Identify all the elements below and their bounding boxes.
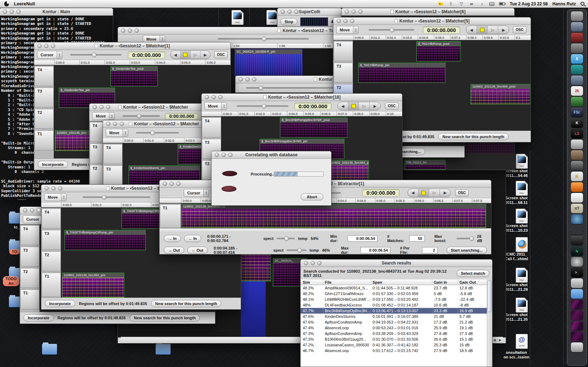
keychain-icon[interactable] — [438, 2, 443, 5]
activity-monitor[interactable]: ∿ — [571, 246, 583, 256]
png-file-icon[interactable]: PNG — [516, 298, 528, 313]
zoom-slider[interactable] — [70, 54, 121, 56]
calendar[interactable]: 26 — [571, 86, 583, 96]
spotlight-icon[interactable] — [581, 2, 584, 6]
titlebar[interactable]: Kontur – •Session12 – $Matcher[6] — [342, 8, 514, 16]
timeline-ruler[interactable]: 0:00.00:01.00:02.00:03.00:04.00:05.00:06… — [202, 111, 402, 116]
track-header-t2[interactable]: T2 — [42, 251, 61, 271]
tool-mode-select[interactable]: Move▲▼ — [204, 102, 227, 110]
track-header-t1[interactable]: T1 — [20, 289, 40, 309]
titlebar[interactable]: Kontur – •Session12 – $Matcher[5] — [333, 17, 531, 25]
track-header-t4[interactable]: T4 — [35, 66, 54, 86]
slider-knob[interactable] — [92, 53, 97, 57]
minimize-button[interactable] — [222, 153, 226, 157]
matches-field[interactable]: 50 — [409, 235, 425, 242]
minimize-button[interactable] — [99, 105, 104, 109]
horizontal-scrollbar[interactable] — [160, 228, 491, 232]
zoom-slider[interactable] — [369, 29, 414, 31]
minimize-button[interactable] — [44, 44, 48, 48]
http-file-icon[interactable]: @HTTP — [516, 334, 528, 349]
user-menu-label[interactable]: Hanns Rutz — [552, 1, 576, 6]
wifi-icon[interactable]: ▽ — [458, 1, 464, 7]
png-file-icon[interactable]: PNG — [516, 268, 528, 283]
slider-knob[interactable] — [262, 104, 266, 109]
audio-region[interactable]: $_SiedenderTee_pout — [110, 66, 158, 86]
close-button[interactable] — [163, 182, 167, 186]
titlebar[interactable]: Kontur – •Session12 – $Matcher[1] — [34, 42, 230, 50]
track-header-t1[interactable]: T1 — [160, 204, 181, 228]
green-app[interactable] — [571, 97, 583, 106]
close-button[interactable] — [337, 19, 341, 23]
firefox-html-icon[interactable] — [516, 237, 528, 252]
play-button[interactable]: ▷ — [488, 26, 498, 34]
track-header-t4[interactable]: T4 — [20, 225, 40, 245]
new-search-button[interactable]: New search for this punch length — [130, 314, 200, 321]
result-row[interactable]: 48.3% Amplifikation090914_S... 0:11:44.5… — [301, 285, 492, 291]
audio-region[interactable] — [241, 253, 271, 281]
slider-knob[interactable] — [137, 114, 141, 119]
jedit[interactable]: jE — [571, 172, 583, 181]
clock-label[interactable]: Tue 2 Aug 23 22 58 — [510, 1, 548, 6]
tool-mode-select[interactable]: Move▲▼ — [44, 193, 67, 201]
spect-temp-slider[interactable] — [287, 250, 306, 251]
tool-mode-select[interactable]: Move▲▼ — [106, 129, 128, 137]
track-header-t3[interactable]: T3 — [20, 247, 40, 267]
folder-icon[interactable] — [42, 344, 57, 355]
minimize-button[interactable] — [170, 182, 174, 186]
scroll-right-icon[interactable]: ▶ — [497, 338, 503, 342]
result-row[interactable]: 47.2% LouisianaCasino_090530 0:41:36.307… — [301, 342, 492, 348]
browser-globe[interactable] — [571, 214, 583, 224]
close-button[interactable] — [23, 208, 27, 213]
slider-knob[interactable] — [297, 248, 302, 253]
result-row[interactable]: 47.3% ApflssnConAtemAmp 0:03:38.209 – 0:… — [301, 331, 492, 336]
minimized-window-4[interactable] — [571, 332, 583, 341]
screenshot-app[interactable] — [571, 278, 583, 288]
teal-app[interactable] — [571, 65, 583, 74]
audio-region[interactable]: 110802_202138_bnc484_post — [328, 160, 369, 181]
kontur[interactable]: K — [571, 118, 583, 128]
osc-button[interactable]: OSC — [513, 26, 526, 33]
minimize-button[interactable] — [352, 10, 356, 14]
red-app[interactable] — [571, 33, 583, 42]
titlebar[interactable]: Correlating with database — [212, 151, 331, 159]
mail[interactable] — [571, 75, 583, 85]
bluetooth-icon[interactable]: ᛒ — [448, 1, 454, 7]
column-header-span[interactable]: Span — [371, 279, 432, 285]
microphone-app[interactable] — [571, 161, 583, 171]
minimize-button[interactable] — [311, 261, 315, 265]
titlebar[interactable]: SuperColli — [277, 8, 342, 16]
track-header-t1[interactable]: T1 — [42, 273, 61, 297]
stop-button[interactable] — [181, 51, 191, 59]
tool-mode-select[interactable]: Move▲▼ — [143, 35, 165, 42]
png-file-icon[interactable]: PNG — [516, 154, 528, 169]
displays-icon[interactable] — [489, 2, 494, 6]
lsx-app[interactable]: LX — [571, 129, 583, 138]
track-header-t3[interactable]: T3 — [103, 166, 123, 185]
play-button[interactable]: ▷ — [191, 51, 201, 59]
stop-button[interactable] — [418, 189, 429, 197]
tool-mode-select[interactable]: Move▲▼ — [92, 112, 115, 120]
abort-button[interactable]: Abort — [301, 193, 323, 200]
tracks-area[interactable]: T1 110802_202138_bnc4843731 — [160, 203, 491, 228]
minimize-button[interactable] — [212, 95, 216, 99]
close-button[interactable] — [345, 10, 349, 14]
camera[interactable] — [571, 11, 583, 21]
go-to-end-button[interactable]: ▶ — [201, 51, 210, 59]
titlebar[interactable]: Search results — [301, 259, 492, 267]
downloads-folder[interactable] — [571, 289, 583, 299]
audio-region[interactable]: $_Tst1'HlbRsmp_pout — [416, 41, 461, 62]
go-to-start-button[interactable]: ◀ — [171, 51, 181, 59]
scrollbar-thumb[interactable] — [488, 280, 492, 312]
minimize-button[interactable] — [10, 10, 14, 14]
titlebar[interactable]: Kontur – •Session12 – $Matcher — [89, 104, 217, 111]
minimize-button[interactable] — [287, 10, 292, 14]
slider-knob[interactable] — [262, 37, 266, 41]
result-row[interactable]: 47.7% Bnc3HlbRsmpOpBnc3H... 0:13:06.471 … — [301, 308, 492, 314]
png-file-icon[interactable]: PNG — [516, 209, 528, 224]
timeline-ruler[interactable]: 0:00.00:01.00:02.00:03.00:04.00:05.00:06… — [34, 60, 230, 65]
result-row[interactable]: 46.7% AbsenceLoop 0:01:17.612 – 0:01:23.… — [301, 348, 492, 353]
new-search-button[interactable]: New search for this punch length — [438, 133, 509, 140]
steering-wheel[interactable] — [571, 257, 583, 267]
go-to-start-button[interactable]: ◀ — [466, 26, 477, 34]
osc-button[interactable]: OSC — [385, 103, 399, 110]
